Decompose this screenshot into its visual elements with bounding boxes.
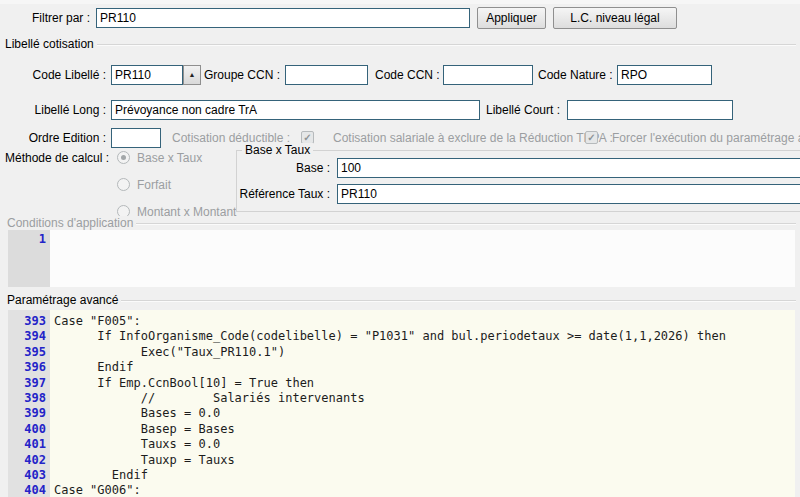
reference-taux-input[interactable] <box>337 184 800 204</box>
libelle-long-label: Libellé Long : <box>10 100 106 120</box>
filter-input[interactable] <box>96 8 470 28</box>
check-icon: ✓ <box>303 132 311 143</box>
groupe-ccn-label: Groupe CCN : <box>203 65 280 85</box>
conditions-editor-body[interactable] <box>50 230 795 287</box>
code-libelle-input[interactable] <box>111 65 183 85</box>
line-number: 404 <box>8 483 50 497</box>
code-nature-label: Code Nature : <box>538 65 612 85</box>
check-icon: ✓ <box>587 132 595 143</box>
libelle-long-input[interactable] <box>111 100 480 120</box>
code-ccn-input[interactable] <box>443 65 533 85</box>
line-number: 396 <box>8 360 50 375</box>
cotisation-settings-window: Filtrer par : Appliquer L.C. niveau léga… <box>0 0 800 497</box>
code-editor-gutter: 393 394 395 396 397 398 399 400 401 402 … <box>8 310 50 497</box>
libelle-cotisation-groupline <box>4 44 796 46</box>
line-number: 403 <box>8 468 50 483</box>
line-number: 393 <box>8 314 50 329</box>
code-line: Endif <box>54 468 795 483</box>
code-nature-input[interactable] <box>617 65 712 85</box>
conditions-line-number: 1 <box>8 230 50 247</box>
base-input[interactable] <box>337 158 800 178</box>
parametrage-avance-group-label: Paramétrage avancé <box>4 293 121 307</box>
parametrage-avance-groupline <box>4 300 796 302</box>
line-number: 400 <box>8 422 50 437</box>
top-strip <box>0 0 800 4</box>
code-line: If Emp.CcnBool[10] = True then <box>54 376 795 391</box>
ordre-edition-label: Ordre Edition : <box>10 128 106 148</box>
line-number: 395 <box>8 345 50 360</box>
line-number: 399 <box>8 406 50 421</box>
forcer-execution-label: Forcer l'exécution du paramétrage avant <box>612 128 800 148</box>
base-label: Base : <box>242 158 330 178</box>
code-line: // Salariés intervenants <box>54 391 795 406</box>
line-number: 402 <box>8 453 50 468</box>
code-line: Tauxs = 0.0 <box>54 437 795 452</box>
code-line: Basep = Bases <box>54 422 795 437</box>
radio-base-x-taux <box>117 151 130 164</box>
code-line: Tauxp = Tauxs <box>54 453 795 468</box>
groupe-ccn-input[interactable] <box>285 65 368 85</box>
line-number: 397 <box>8 376 50 391</box>
radio-base-x-taux-label: Base x Taux <box>137 151 202 165</box>
apply-button[interactable]: Appliquer <box>477 7 546 29</box>
filter-label: Filtrer par : <box>10 8 90 28</box>
cotisation-salariale-tepa-checkbox: ✓ <box>585 131 598 144</box>
reference-taux-label: Référence Taux : <box>238 184 330 204</box>
spin-up-icon: ▲ <box>189 71 196 78</box>
code-line: Bases = 0.0 <box>54 406 795 421</box>
radio-montant-x-montant-label: Montant x Montant <box>137 205 236 219</box>
code-line: Case "G006": <box>54 483 795 497</box>
cotisation-salariale-tepa-label: Cotisation salariale à exclure de la Réd… <box>333 128 613 148</box>
libelle-court-label: Libellé Court : <box>485 100 560 120</box>
ordre-edition-input[interactable] <box>111 128 161 148</box>
lc-legal-level-button[interactable]: L.C. niveau légal <box>553 7 677 29</box>
line-number: 398 <box>8 391 50 406</box>
methode-calcul-label: Méthode de calcul : <box>5 148 109 168</box>
code-ccn-label: Code CCN : <box>375 65 438 85</box>
code-editor-body[interactable]: Case "F005": If InfoOrganisme_Code(codel… <box>50 310 795 497</box>
line-number: 401 <box>8 437 50 452</box>
code-line: Endif <box>54 360 795 375</box>
radio-forfait <box>117 178 130 191</box>
code-line: Case "F005": <box>54 314 795 329</box>
code-line: If InfoOrganisme_Code(codelibelle) = "P1… <box>54 329 795 344</box>
radio-forfait-label: Forfait <box>137 178 171 192</box>
code-libelle-label: Code Libellé : <box>10 65 106 85</box>
libelle-court-input[interactable] <box>567 100 733 120</box>
conditions-editor-gutter: 1 <box>8 230 50 287</box>
conditions-application-group-label: Conditions d'application <box>4 216 136 230</box>
libelle-cotisation-group-label: Libellé cotisation <box>2 37 97 51</box>
code-libelle-spin-button[interactable]: ▲ <box>183 65 201 85</box>
base-x-taux-group-label: Base x Taux <box>242 143 313 157</box>
code-line: Exec("Taux_PR110.1") <box>54 345 795 360</box>
line-number: 394 <box>8 329 50 344</box>
